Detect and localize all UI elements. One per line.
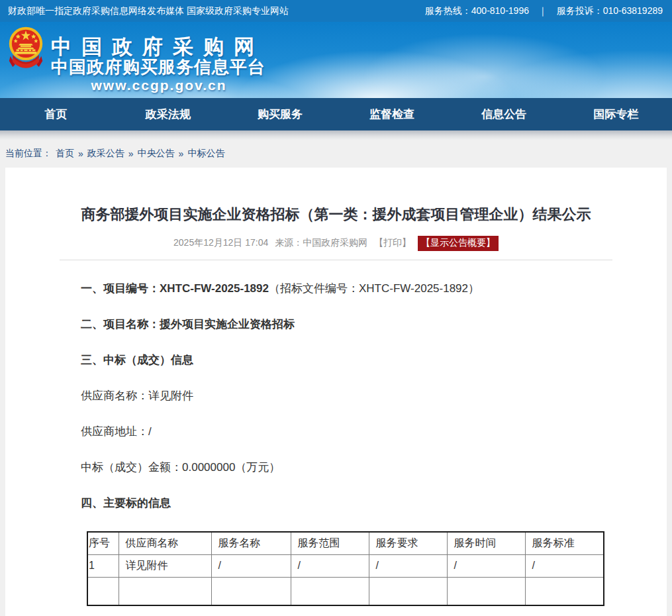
cell-empty (211, 577, 291, 605)
breadcrumb-award-notices[interactable]: 中标公告 (187, 148, 224, 160)
publish-datetime: 2025年12月12日 17:04 (173, 237, 268, 248)
nav-item-international[interactable]: 国际专栏 (560, 98, 672, 130)
supplier-address-line: 供应商地址：/ (81, 424, 640, 439)
page-title: 商务部援外项目实施企业资格招标（第一类：援外成套项目管理企业）结果公示 (5, 168, 667, 225)
breadcrumb-separator: » (128, 148, 134, 159)
cell-empty (291, 577, 369, 605)
top-utility-bar: 财政部唯一指定政府采购信息网络发布媒体 国家级政府采购专业网站 服务热线：400… (0, 0, 672, 22)
breadcrumb-separator: » (78, 148, 83, 159)
nav-item-supervision[interactable]: 监督检查 (336, 98, 448, 130)
col-header-service-requirements: 服务要求 (369, 532, 447, 554)
cell-supplier: 详见附件 (119, 554, 211, 577)
breadcrumb-label: 当前位置： (5, 148, 52, 160)
hotline-separator: ｜ (538, 5, 548, 17)
service-complaint: 服务投诉：010-63819289 (557, 5, 663, 17)
project-number-line: 一、项目编号：XHTC-FW-2025-1892（招标文件编号：XHTC-FW-… (81, 281, 640, 296)
article-source: 来源：中国政府采购网 (275, 237, 367, 248)
cell-empty (87, 577, 119, 605)
main-subject-table: 序号 供应商名称 服务名称 服务范围 服务要求 服务时间 服务标准 1 详见附件… (87, 531, 604, 606)
service-hotline: 服务热线：400-810-1996 (425, 5, 529, 17)
breadcrumb-separator: » (179, 148, 184, 159)
cell-serial: 1 (87, 554, 119, 577)
title-divider (60, 260, 612, 260)
site-name: 中国政府采购网 (51, 36, 267, 58)
award-amount-line: 中标（成交）金额：0.0000000（万元） (81, 460, 640, 475)
breadcrumb-central-notices[interactable]: 中央公告 (138, 148, 175, 160)
col-header-service-scope: 服务范围 (291, 532, 369, 554)
table-header-row: 序号 供应商名称 服务名称 服务范围 服务要求 服务时间 服务标准 (87, 532, 604, 554)
china-national-emblem-icon (8, 25, 44, 76)
col-header-service-name: 服务名称 (211, 532, 291, 554)
cell-service-name: / (211, 554, 291, 577)
nav-item-purchase-services[interactable]: 购买服务 (224, 98, 336, 130)
nav-item-home[interactable]: 首页 (0, 98, 112, 130)
site-subtitle: 中国政府购买服务信息平台 (51, 58, 267, 77)
article-panel: 商务部援外项目实施企业资格招标（第一类：援外成套项目管理企业）结果公示 2025… (5, 168, 667, 616)
site-header-banner: 中国政府采购网 中国政府购买服务信息平台 www.ccgp.gov.cn (0, 22, 672, 98)
table-row-empty (87, 577, 604, 605)
breadcrumb-home[interactable]: 首页 (56, 148, 74, 160)
table-row: 1 详见附件 / / / / / (87, 554, 604, 577)
nav-item-announcements[interactable]: 信息公告 (448, 98, 560, 130)
supplier-name-line: 供应商名称：详见附件 (81, 388, 640, 403)
breadcrumb: 当前位置： 首页 » 政采公告 » 中央公告 » 中标公告 (0, 140, 672, 168)
article-body: 一、项目编号：XHTC-FW-2025-1892（招标文件编号：XHTC-FW-… (5, 281, 667, 511)
main-navigation: 首页 政采法规 购买服务 监督检查 信息公告 国际专栏 (0, 98, 672, 130)
col-header-service-standard: 服务标准 (525, 532, 604, 554)
col-header-serial: 序号 (87, 532, 119, 554)
cell-empty (525, 577, 604, 605)
article-meta: 2025年12月12日 17:04 来源：中国政府采购网 【打印】 【显示公告概… (5, 236, 667, 251)
cell-service-standard: / (525, 554, 604, 577)
cell-empty (447, 577, 525, 605)
cell-empty (119, 577, 211, 605)
cell-empty (369, 577, 447, 605)
print-button[interactable]: 【打印】 (374, 237, 411, 248)
site-logo[interactable]: 中国政府采购网 中国政府购买服务信息平台 www.ccgp.gov.cn (51, 36, 267, 93)
col-header-service-time: 服务时间 (447, 532, 525, 554)
cell-service-requirements: / (369, 554, 447, 577)
site-url: www.ccgp.gov.cn (51, 77, 267, 93)
site-slogan: 财政部唯一指定政府采购信息网络发布媒体 国家级政府采购专业网站 (8, 5, 289, 17)
nav-shadow-strip (0, 130, 672, 140)
cell-service-time: / (447, 554, 525, 577)
col-header-supplier: 供应商名称 (119, 532, 211, 554)
award-info-heading: 三、中标（成交）信息 (81, 352, 640, 368)
nav-item-regulations[interactable]: 政采法规 (112, 98, 224, 130)
main-subject-heading: 四、主要标的信息 (81, 495, 640, 511)
cell-service-scope: / (291, 554, 369, 577)
project-name-line: 二、项目名称：援外项目实施企业资格招标 (81, 317, 640, 332)
breadcrumb-procurement-notices[interactable]: 政采公告 (87, 148, 124, 160)
show-summary-button[interactable]: 【显示公告概要】 (418, 236, 499, 251)
